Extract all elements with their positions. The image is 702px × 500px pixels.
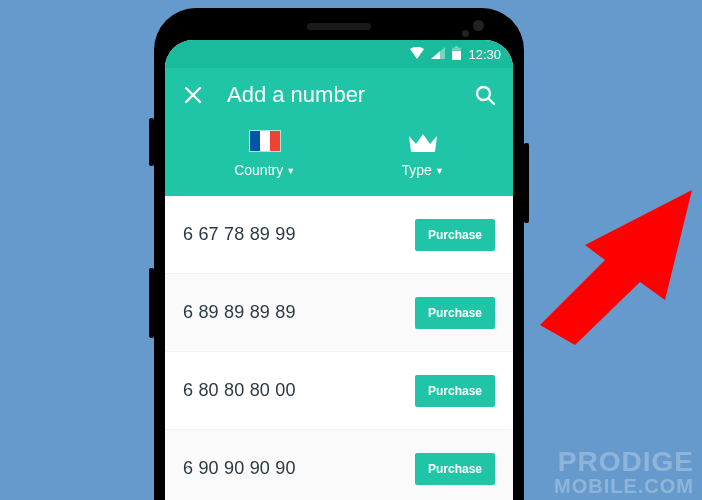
purchase-button[interactable]: Purchase bbox=[415, 375, 495, 407]
phone-frame: 12:30 Add a number Country bbox=[154, 8, 524, 500]
type-filter[interactable]: Type ▼ bbox=[402, 130, 444, 178]
watermark-line1: PRODIGE bbox=[554, 448, 694, 476]
wifi-icon bbox=[410, 47, 424, 62]
phone-number: 6 90 90 90 90 bbox=[183, 458, 296, 479]
purchase-button[interactable]: Purchase bbox=[415, 453, 495, 485]
status-time: 12:30 bbox=[468, 47, 501, 62]
list-item: 6 90 90 90 90 Purchase bbox=[165, 430, 513, 500]
number-list: 6 67 78 89 99 Purchase 6 89 89 89 89 Pur… bbox=[165, 196, 513, 500]
list-item: 6 67 78 89 99 Purchase bbox=[165, 196, 513, 274]
list-item: 6 89 89 89 89 Purchase bbox=[165, 274, 513, 352]
cell-signal-icon bbox=[431, 47, 445, 62]
purchase-button[interactable]: Purchase bbox=[415, 297, 495, 329]
app-bar: Add a number Country ▼ bbox=[165, 68, 513, 196]
svg-rect-2 bbox=[455, 46, 458, 48]
battery-icon bbox=[452, 46, 461, 63]
purchase-button[interactable]: Purchase bbox=[415, 219, 495, 251]
annotation-arrow bbox=[535, 180, 702, 350]
screen: 12:30 Add a number Country bbox=[165, 40, 513, 500]
phone-number: 6 80 80 80 00 bbox=[183, 380, 296, 401]
country-filter[interactable]: Country ▼ bbox=[234, 130, 295, 178]
chevron-down-icon: ▼ bbox=[286, 166, 295, 176]
close-icon[interactable] bbox=[181, 83, 205, 107]
watermark-line2: MOBILE.COM bbox=[554, 476, 694, 496]
chevron-down-icon: ▼ bbox=[435, 166, 444, 176]
page-title: Add a number bbox=[227, 82, 451, 108]
svg-line-4 bbox=[489, 99, 495, 105]
country-filter-label: Country bbox=[234, 162, 283, 178]
type-filter-label: Type bbox=[402, 162, 432, 178]
crown-icon bbox=[408, 130, 438, 152]
search-icon[interactable] bbox=[473, 83, 497, 107]
status-bar: 12:30 bbox=[165, 40, 513, 68]
svg-marker-5 bbox=[540, 190, 692, 345]
svg-rect-1 bbox=[452, 51, 461, 60]
watermark: PRODIGE MOBILE.COM bbox=[554, 448, 694, 496]
france-flag-icon bbox=[249, 130, 281, 152]
phone-number: 6 67 78 89 99 bbox=[183, 224, 296, 245]
phone-number: 6 89 89 89 89 bbox=[183, 302, 296, 323]
list-item: 6 80 80 80 00 Purchase bbox=[165, 352, 513, 430]
